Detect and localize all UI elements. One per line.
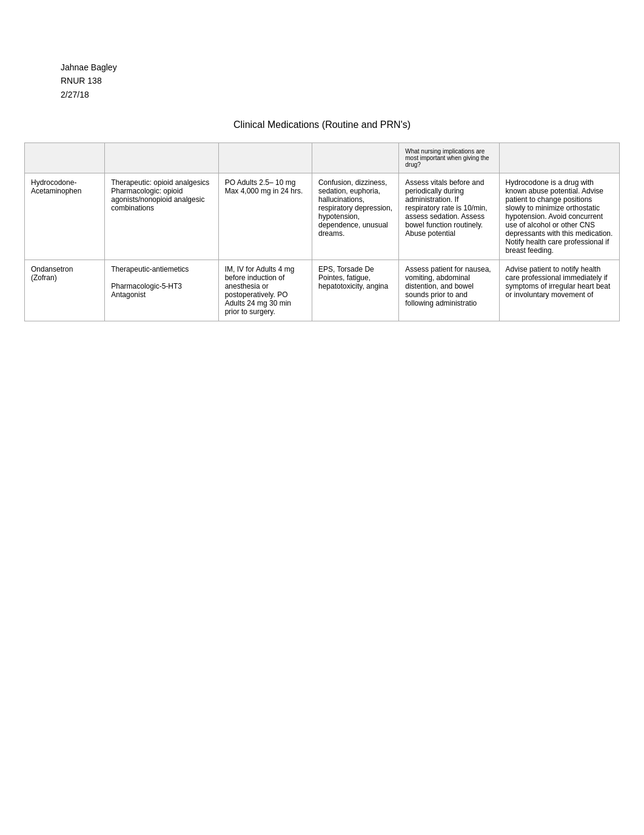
nursing-implications: Hydrocodone is a drug with known abuse p… (499, 173, 619, 260)
drug-dose: PO Adults 2.5– 10 mg Max 4,000 mg in 24 … (218, 173, 312, 260)
table-row: Ondansetron (Zofran)Therapeutic-antiemet… (25, 260, 620, 321)
col-header-nursing (499, 143, 619, 173)
adverse-effects: Confusion, dizziness, sedation, euphoria… (312, 173, 398, 260)
drug-class: Therapeutic: opioid analgesics Pharmacol… (105, 173, 218, 260)
table-row: Hydrocodone-AcetaminophenTherapeutic: op… (25, 173, 620, 260)
adverse-effects: EPS, Torsade De Pointes, fatigue, hepato… (312, 260, 398, 321)
medications-table: What nursing implications are most impor… (24, 143, 620, 321)
col-header-class (105, 143, 218, 173)
student-name: Jahnae Bagley (61, 61, 620, 74)
date: 2/27/18 (61, 88, 620, 101)
course: RNUR 138 (61, 74, 620, 87)
col-header-drug (25, 143, 105, 173)
nursing-implications: Advise patient to notify health care pro… (499, 260, 619, 321)
header-info: Jahnae Bagley RNUR 138 2/27/18 (61, 61, 620, 101)
drug-dose: IM, IV for Adults 4 mg before induction … (218, 260, 312, 321)
nursing-assessment: Assess patient for nausea, vomiting, abd… (399, 260, 499, 321)
drug-name: Ondansetron (Zofran) (25, 260, 105, 321)
page-title: Clinical Medications (Routine and PRN's) (24, 119, 620, 130)
col-header-adverse (312, 143, 398, 173)
drug-class: Therapeutic-antiemetics Pharmacologic-5-… (105, 260, 218, 321)
col-header-dose (218, 143, 312, 173)
nursing-assessment: Assess vitals before and periodically du… (399, 173, 499, 260)
drug-name: Hydrocodone-Acetaminophen (25, 173, 105, 260)
col-header-assess: What nursing implications are most impor… (399, 143, 499, 173)
